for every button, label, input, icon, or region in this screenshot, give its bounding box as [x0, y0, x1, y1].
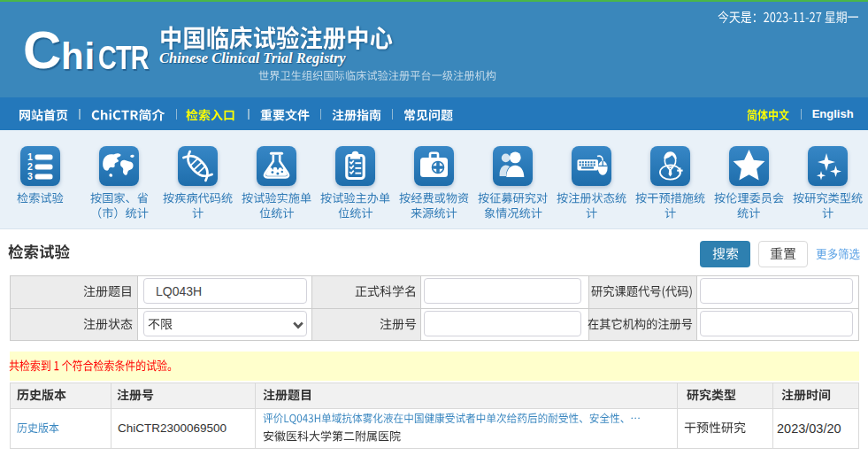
svg-text:3: 3 — [27, 171, 33, 182]
